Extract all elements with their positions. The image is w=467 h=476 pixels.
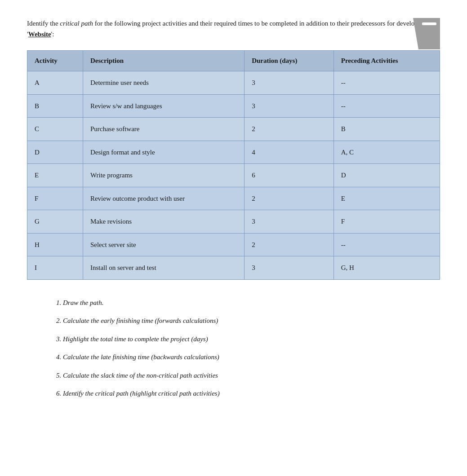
instruction-item: Calculate the slack time of the non-crit… (63, 370, 440, 381)
cell-description: Write programs (83, 164, 244, 187)
cell-preceding: D (334, 164, 440, 187)
cell-preceding: -- (334, 233, 440, 256)
cell-duration: 2 (245, 233, 334, 256)
cell-activity: C (27, 118, 83, 141)
table-row: IInstall on server and test3G, H (27, 256, 440, 280)
table-row: ADetermine user needs3-- (27, 71, 440, 95)
intro-italic: critical path (60, 20, 93, 27)
cell-description: Review s/w and languages (83, 94, 244, 118)
website-link: Website (28, 31, 51, 38)
instruction-item: Highlight the total time to complete the… (63, 334, 440, 344)
intro-text-before: Identify the (27, 20, 60, 27)
cell-duration: 2 (245, 187, 334, 210)
cell-duration: 3 (245, 256, 334, 280)
cell-description: Design format and style (83, 141, 244, 164)
cell-activity: B (27, 94, 83, 118)
intro-paragraph: Identify the critical path for the follo… (27, 18, 440, 40)
activities-table: Activity Description Duration (days) Pre… (27, 50, 440, 280)
table-row: HSelect server site2-- (27, 233, 440, 256)
cell-description: Determine user needs (83, 71, 244, 95)
cell-activity: E (27, 164, 83, 187)
table-row: CPurchase software2B (27, 118, 440, 141)
cell-duration: 3 (245, 210, 334, 234)
cell-description: Select server site (83, 233, 244, 256)
corner-bar (422, 22, 436, 25)
cell-preceding: G, H (334, 256, 440, 280)
cell-activity: F (27, 187, 83, 210)
header-duration: Duration (days) (245, 51, 334, 71)
cell-preceding: F (334, 210, 440, 234)
cell-activity: G (27, 210, 83, 234)
cell-activity: I (27, 256, 83, 280)
table-row: GMake revisions3F (27, 210, 440, 234)
cell-description: Install on server and test (83, 256, 244, 280)
table-row: BReview s/w and languages3-- (27, 94, 440, 118)
cell-preceding: E (334, 187, 440, 210)
cell-description: Purchase software (83, 118, 244, 141)
instruction-item: Identify the critical path (highlight cr… (63, 388, 440, 399)
intro-text-after: ': (51, 31, 54, 38)
table-row: DDesign format and style4A, C (27, 141, 440, 164)
cell-description: Review outcome product with user (83, 187, 244, 210)
cell-activity: A (27, 71, 83, 95)
cell-duration: 3 (245, 94, 334, 118)
header-description: Description (83, 51, 244, 71)
instructions-list: Draw the path.Calculate the early finish… (54, 298, 440, 399)
cell-preceding: -- (334, 71, 440, 95)
instructions-section: Draw the path.Calculate the early finish… (54, 298, 440, 399)
header-preceding: Preceding Activities (334, 51, 440, 71)
instruction-item: Draw the path. (63, 298, 440, 308)
table-row: EWrite programs6D (27, 164, 440, 187)
instruction-item: Calculate the early finishing time (forw… (63, 316, 440, 326)
cell-description: Make revisions (83, 210, 244, 234)
header-activity: Activity (27, 51, 83, 71)
cell-preceding: -- (334, 94, 440, 118)
cell-duration: 2 (245, 118, 334, 141)
cell-duration: 3 (245, 71, 334, 95)
cell-preceding: A, C (334, 141, 440, 164)
cell-duration: 4 (245, 141, 334, 164)
instruction-item: Calculate the late finishing time (backw… (63, 352, 440, 362)
cell-activity: D (27, 141, 83, 164)
cell-preceding: B (334, 118, 440, 141)
corner-decoration (413, 18, 440, 49)
table-row: FReview outcome product with user2E (27, 187, 440, 210)
cell-duration: 6 (245, 164, 334, 187)
cell-activity: H (27, 233, 83, 256)
